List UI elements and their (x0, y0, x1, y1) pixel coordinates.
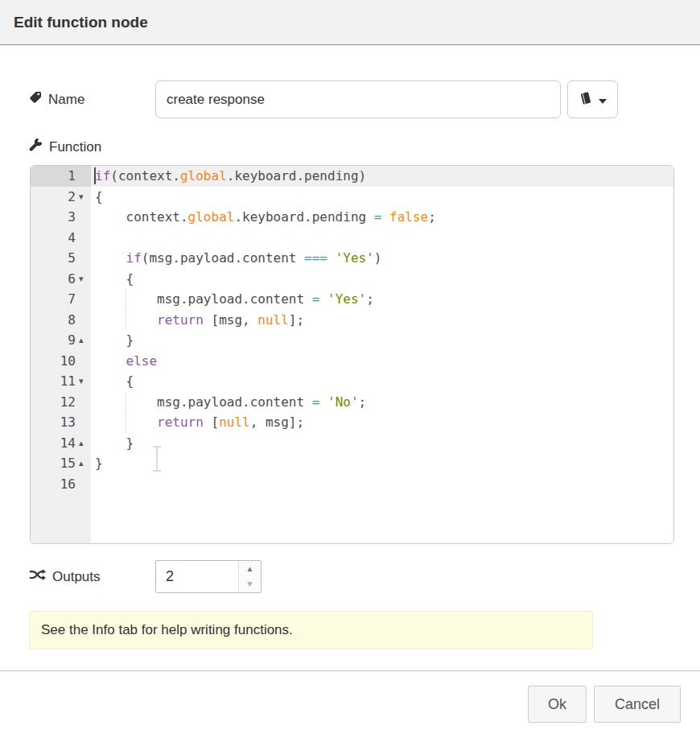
line-number: 3 (31, 207, 78, 228)
gutter-line: 8 (31, 310, 91, 331)
info-tip: See the Info tab for help writing functi… (29, 611, 593, 649)
fold-spacer (78, 248, 91, 269)
gutter-line: 9▴ (31, 330, 91, 351)
code-token: (msg.payload.content (142, 250, 304, 266)
code-token (95, 250, 126, 266)
code-line[interactable]: else (91, 351, 673, 372)
code-line[interactable]: context.global.keyboard.pending = false; (91, 207, 673, 228)
code-token: ]; (289, 312, 304, 328)
code-token: msg.payload.content (95, 394, 312, 410)
fold-spacer (78, 392, 91, 413)
line-number: 16 (31, 474, 78, 495)
code-line[interactable]: if(context.global.keyboard.pending) (91, 166, 673, 187)
outputs-value[interactable]: 2 (156, 561, 238, 592)
code-line[interactable]: } (91, 330, 673, 351)
line-number: 1 (31, 166, 78, 187)
gutter-line: 2▾ (31, 187, 91, 208)
code-line[interactable]: } (91, 453, 673, 474)
code-token: if (126, 250, 142, 266)
gutter-line: 14▴ (31, 433, 91, 454)
code-editor-rows[interactable]: if(context.global.keyboard.pending){ con… (91, 166, 673, 543)
fold-spacer (78, 207, 91, 228)
code-line[interactable]: return [msg, null]; (91, 310, 673, 331)
function-label: Function (29, 138, 101, 156)
code-line[interactable]: { (91, 371, 673, 392)
book-icon (579, 91, 593, 109)
code-line[interactable]: { (91, 187, 673, 208)
code-token: else (126, 353, 158, 369)
code-token: = (312, 291, 320, 307)
code-token (95, 353, 126, 369)
fold-spacer (78, 474, 91, 495)
code-token: === (304, 250, 327, 266)
code-line[interactable]: msg.payload.content = 'No'; (91, 392, 673, 413)
fold-spacer (78, 310, 91, 331)
gutter-line: 11▾ (31, 371, 91, 392)
footer-divider (0, 670, 700, 671)
wrench-icon (29, 138, 43, 156)
info-tip-text: See the Info tab for help writing functi… (41, 622, 293, 638)
indent-guide (126, 392, 126, 413)
code-token: { (95, 373, 134, 389)
fold-spacer (78, 412, 91, 433)
line-number: 9 (31, 330, 78, 351)
text-caret (94, 167, 96, 184)
gutter-line: 16 (31, 474, 91, 495)
ok-button[interactable]: Ok (528, 686, 587, 723)
code-line[interactable]: return [null, msg]; (91, 412, 673, 433)
code-line[interactable]: { (91, 269, 673, 290)
code-line[interactable]: } (91, 433, 673, 454)
spinner-up-button[interactable]: ▲ (239, 561, 261, 577)
name-input[interactable] (155, 80, 561, 118)
code-token: } (95, 332, 134, 348)
indent-guide (126, 310, 126, 331)
code-token: global (180, 168, 227, 184)
code-token (381, 209, 389, 225)
code-token: ; (428, 209, 436, 225)
mouse-ibeam-cursor (151, 445, 163, 476)
line-number: 2 (31, 187, 78, 208)
caret-down-icon (599, 93, 607, 107)
code-token: } (95, 456, 103, 471)
code-token: return (157, 312, 204, 328)
library-button[interactable] (567, 80, 618, 118)
gutter-line: 1 (31, 166, 91, 187)
line-number: 6 (31, 269, 78, 290)
line-number: 12 (31, 392, 78, 413)
code-token: msg.payload.content (95, 291, 312, 307)
indent-guide (126, 289, 126, 310)
code-line[interactable] (91, 228, 673, 249)
code-token: if (95, 168, 110, 184)
line-number: 7 (31, 289, 78, 310)
fold-down-icon[interactable]: ▾ (78, 371, 91, 392)
code-token: 'Yes' (336, 250, 374, 266)
fold-down-icon[interactable]: ▾ (78, 187, 91, 208)
fold-spacer (78, 228, 91, 249)
code-token: .keyboard.pending) (227, 168, 366, 184)
code-token: } (95, 435, 134, 451)
outputs-label: Outputs (29, 560, 101, 593)
cancel-button[interactable]: Cancel (594, 686, 681, 723)
fold-down-icon[interactable]: ▾ (78, 269, 91, 290)
code-editor[interactable]: 12▾3456▾789▴1011▾121314▴15▴16 if(context… (30, 165, 674, 544)
fold-up-icon[interactable]: ▴ (78, 330, 91, 351)
fold-up-icon[interactable]: ▴ (78, 453, 91, 474)
outputs-label-text: Outputs (52, 569, 101, 585)
code-line[interactable] (91, 474, 673, 495)
code-token (327, 250, 336, 266)
shuffle-icon (29, 568, 46, 586)
edit-function-dialog: Edit function node Name (0, 0, 700, 734)
code-token: null (219, 414, 250, 430)
line-number: 11 (31, 371, 78, 392)
code-token: = (374, 209, 382, 225)
code-line[interactable]: msg.payload.content = 'Yes'; (91, 289, 673, 310)
gutter-line: 13 (31, 412, 91, 433)
function-label-text: Function (49, 139, 101, 155)
code-token: return (157, 414, 204, 430)
line-number: 15 (31, 453, 78, 474)
fold-up-icon[interactable]: ▴ (78, 433, 91, 454)
line-number: 5 (31, 248, 78, 269)
spinner-down-button[interactable]: ▼ (239, 577, 261, 593)
code-line[interactable]: if(msg.payload.content === 'Yes') (91, 248, 673, 269)
code-token (319, 394, 327, 410)
